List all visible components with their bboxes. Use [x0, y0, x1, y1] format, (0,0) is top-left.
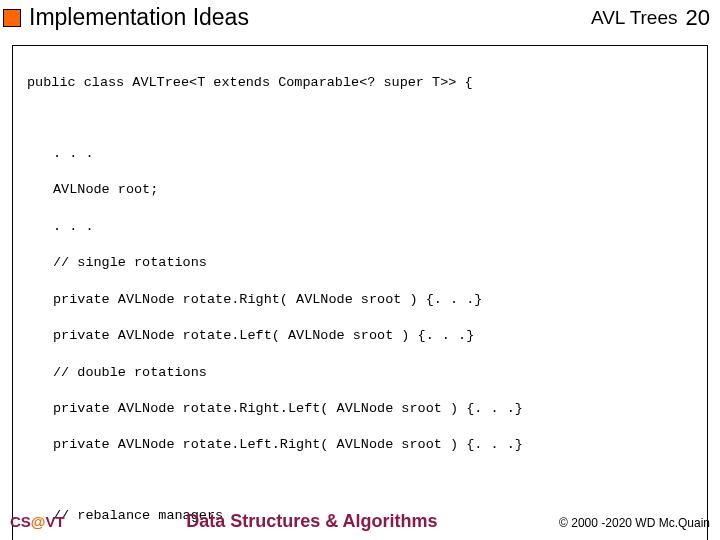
code-line: private AVLNode rotate.Right.Left( AVLNo…	[27, 400, 693, 418]
code-line: // single rotations	[27, 254, 693, 272]
code-gap	[27, 473, 693, 489]
header-marker-icon	[3, 9, 21, 27]
slide: Implementation Ideas AVL Trees 20 public…	[0, 0, 720, 540]
copyright: © 2000 -2020 WD Mc.Quain	[559, 516, 710, 530]
slide-title: Implementation Ideas	[29, 4, 591, 31]
logo-vt: VT	[45, 513, 64, 530]
code-line: public class AVLTree<T extends Comparabl…	[27, 74, 693, 92]
slide-header: Implementation Ideas AVL Trees 20	[0, 0, 720, 37]
code-line: private AVLNode rotate.Right( AVLNode sr…	[27, 291, 693, 309]
code-line: private AVLNode rotate.Left( AVLNode sro…	[27, 327, 693, 345]
page-number: 20	[686, 5, 710, 31]
slide-footer: CS@VT Data Structures & Algorithms © 200…	[0, 511, 720, 532]
slide-topic: AVL Trees	[591, 7, 678, 29]
code-line: . . .	[27, 145, 693, 163]
code-gap	[27, 111, 693, 127]
code-box: public class AVLTree<T extends Comparabl…	[12, 45, 708, 540]
code-line: . . .	[27, 218, 693, 236]
logo: CS@VT	[10, 513, 65, 530]
course-title: Data Structures & Algorithms	[65, 511, 559, 532]
logo-cs: CS	[10, 513, 31, 530]
code-line: // double rotations	[27, 364, 693, 382]
code-line: private AVLNode rotate.Left.Right( AVLNo…	[27, 436, 693, 454]
code-line: AVLNode root;	[27, 181, 693, 199]
logo-at: @	[31, 513, 46, 530]
